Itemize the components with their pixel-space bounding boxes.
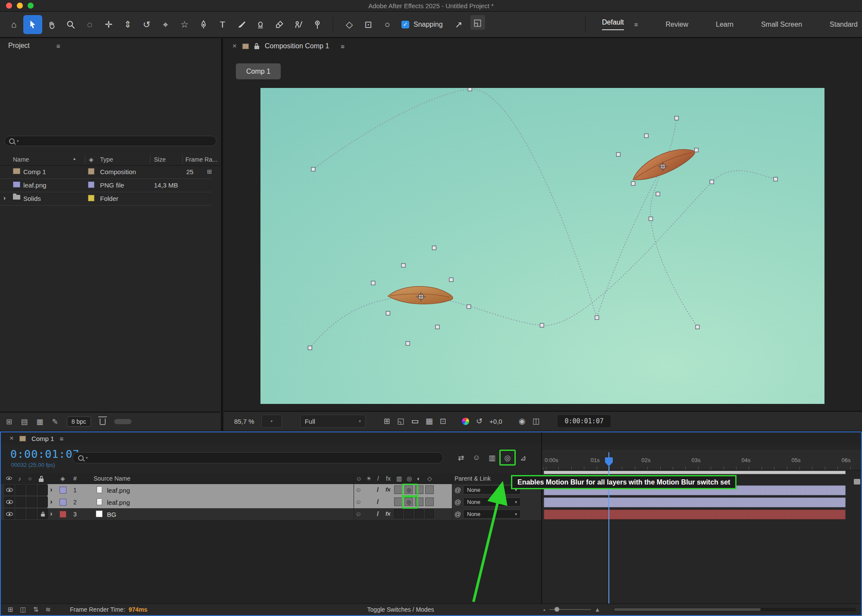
effects-toggle[interactable]: fx: [386, 486, 391, 493]
project-panel-tab[interactable]: Project ≡: [0, 38, 221, 53]
color-depth-button[interactable]: 8 bpc: [67, 416, 91, 427]
workspace-tab-standard[interactable]: Standard: [830, 21, 858, 28]
lock-icon[interactable]: [254, 46, 259, 49]
project-row-solids[interactable]: › Solids Folder: [0, 192, 211, 206]
label-color-swatch[interactable]: [88, 195, 94, 201]
dolly-camera-tool[interactable]: ⇕: [118, 15, 137, 34]
pen-tool[interactable]: [194, 15, 213, 34]
layer-name[interactable]: leaf.png: [107, 499, 130, 506]
zoom-tool[interactable]: [61, 15, 80, 34]
timeline-panel-tab[interactable]: × Comp 1 ≡: [1, 432, 861, 444]
effects-toggle[interactable]: fx: [386, 510, 391, 517]
snapping-control[interactable]: ✓ Snapping: [401, 21, 443, 28]
layer-name[interactable]: BG: [107, 511, 116, 518]
viewer-timecode[interactable]: 0:00:01:07: [558, 415, 610, 427]
new-folder-icon[interactable]: ▤: [21, 417, 28, 426]
solo-icon[interactable]: ○: [28, 475, 31, 482]
label-color-swatch[interactable]: [60, 487, 66, 494]
magnification-dropdown[interactable]: ▾: [261, 415, 282, 428]
workspace-tab-learn[interactable]: Learn: [716, 21, 733, 28]
workspace-menu-icon[interactable]: ≡: [634, 21, 638, 28]
column-type[interactable]: Type: [100, 156, 113, 163]
keyframe-handles[interactable]: [308, 88, 777, 350]
channel-wheel-icon[interactable]: [462, 418, 469, 425]
panel-menu-icon[interactable]: ≡: [56, 42, 60, 50]
motion-blur-switch-icon[interactable]: ◎: [407, 475, 412, 482]
pixel-aspect-icon[interactable]: ⊡: [440, 416, 446, 426]
zoom-in-icon[interactable]: ▲: [595, 606, 601, 613]
frame-blend-toggle[interactable]: [394, 497, 403, 506]
exposure-value[interactable]: +0,0: [489, 418, 502, 425]
expand-arrow[interactable]: ›: [50, 497, 53, 506]
threed-toggle[interactable]: [425, 510, 434, 518]
quality-toggle[interactable]: /: [377, 486, 379, 493]
project-row-leaf[interactable]: leaf.png PNG file 14,3 MB: [0, 178, 211, 192]
threed-toggle[interactable]: [425, 485, 434, 494]
label-color-swatch[interactable]: [88, 181, 94, 188]
layer-row-2[interactable]: › 2 leaf.png ☺ / ◎ @ None▾: [1, 496, 541, 509]
roto-brush-tool[interactable]: [289, 15, 308, 34]
magnification-value[interactable]: 85,7 %: [234, 418, 254, 425]
adjustment-switch-icon[interactable]: ◐: [417, 475, 420, 482]
brush-tool[interactable]: [232, 15, 251, 34]
pickwhip-icon[interactable]: @: [455, 510, 461, 518]
expand-arrow[interactable]: ›: [50, 485, 53, 494]
project-search-input[interactable]: ▾: [4, 136, 216, 146]
panel-menu-icon[interactable]: ≡: [341, 43, 345, 50]
lock-icon[interactable]: [39, 478, 44, 482]
home-tool[interactable]: ⌂: [4, 15, 23, 34]
region-of-interest-icon[interactable]: ▭: [411, 416, 419, 426]
motion-blur-toggle[interactable]: [404, 510, 413, 518]
lock-toggle[interactable]: [38, 509, 48, 519]
workspace-tab-small-screen[interactable]: Small Screen: [761, 21, 802, 28]
close-tab-icon[interactable]: ×: [9, 434, 14, 443]
layer-bar-2[interactable]: [544, 497, 846, 507]
expand-arrow[interactable]: ›: [50, 510, 53, 518]
layer-row-3[interactable]: › 3 BG ☺ / fx @ None▾: [1, 508, 541, 521]
column-name[interactable]: Name: [13, 156, 29, 163]
shy-toggle[interactable]: ☺: [355, 486, 361, 493]
column-source-name[interactable]: Source Name: [94, 475, 131, 482]
parent-dropdown[interactable]: None▾: [463, 497, 521, 507]
audio-toggle[interactable]: [16, 485, 25, 495]
resolution-dropdown[interactable]: Full▾: [300, 415, 366, 428]
label-column-icon[interactable]: ◈: [60, 475, 65, 482]
quality-toggle[interactable]: /: [377, 510, 379, 517]
new-composition-icon[interactable]: ▦: [36, 417, 43, 426]
minimize-window-button[interactable]: [17, 3, 23, 9]
comp-marker-button[interactable]: [854, 479, 860, 485]
zoom-window-button[interactable]: [28, 3, 34, 9]
workspace-tab-review[interactable]: Review: [666, 21, 688, 28]
layer-name[interactable]: leaf.png: [107, 487, 130, 494]
frame-blend-toggle[interactable]: [394, 510, 403, 518]
render-pane-icon[interactable]: ≋: [45, 606, 51, 613]
column-parent-link[interactable]: Parent & Link: [455, 475, 491, 482]
shy-switch-icon[interactable]: ☺: [356, 475, 362, 482]
quality-switch-icon[interactable]: /: [377, 475, 379, 482]
scrollbar-thumb[interactable]: [614, 608, 761, 611]
frame-blend-switch-icon[interactable]: ▥: [396, 475, 402, 482]
threed-switch-icon[interactable]: ◇: [427, 475, 432, 482]
toggle-switches-modes-button[interactable]: Toggle Switches / Modes: [349, 606, 452, 613]
snap-guides-button[interactable]: ↗: [451, 15, 466, 34]
selection-tool[interactable]: [23, 15, 42, 34]
audio-toggle[interactable]: [16, 497, 25, 507]
mask-visibility-icon[interactable]: ◱: [397, 416, 404, 426]
sort-arrow-icon[interactable]: ▴: [73, 156, 75, 161]
work-area-bar[interactable]: [544, 471, 846, 474]
hand-tool[interactable]: [42, 15, 61, 34]
time-ruler[interactable]: 0:00s 01s 02s 03s 04s 05s 06s: [541, 450, 862, 470]
world-axis-mode-button[interactable]: ⊡: [361, 15, 376, 34]
column-number[interactable]: #: [73, 475, 77, 482]
audio-icon[interactable]: ♪: [18, 475, 21, 482]
quality-toggle[interactable]: /: [377, 498, 379, 505]
close-tab-icon[interactable]: ×: [232, 42, 237, 50]
type-tool[interactable]: T: [213, 15, 232, 34]
solo-toggle[interactable]: [27, 497, 37, 507]
view-axis-mode-button[interactable]: ○: [380, 15, 395, 34]
zoom-slider[interactable]: [549, 609, 591, 610]
timeline-search-input[interactable]: ▾: [72, 452, 443, 463]
pickwhip-icon[interactable]: @: [455, 498, 461, 506]
in-out-panes-icon[interactable]: ⇅: [33, 606, 39, 613]
label-color-swatch[interactable]: [60, 499, 66, 506]
